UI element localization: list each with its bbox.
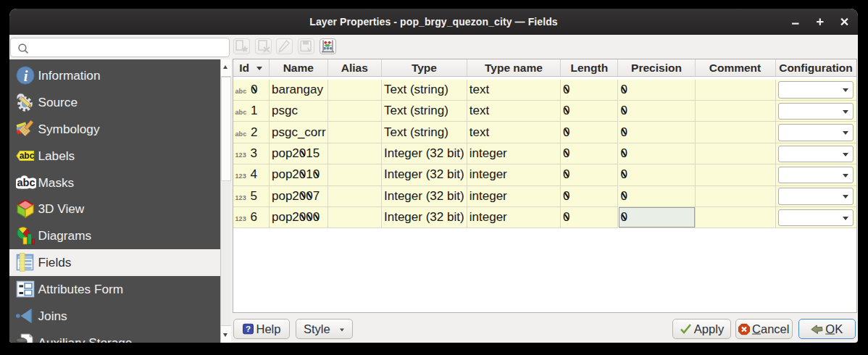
svg-text:abc: abc bbox=[17, 177, 36, 188]
svg-text:?: ? bbox=[246, 325, 251, 333]
svg-text:abc: abc bbox=[20, 151, 35, 161]
svg-text:i: i bbox=[24, 68, 28, 84]
